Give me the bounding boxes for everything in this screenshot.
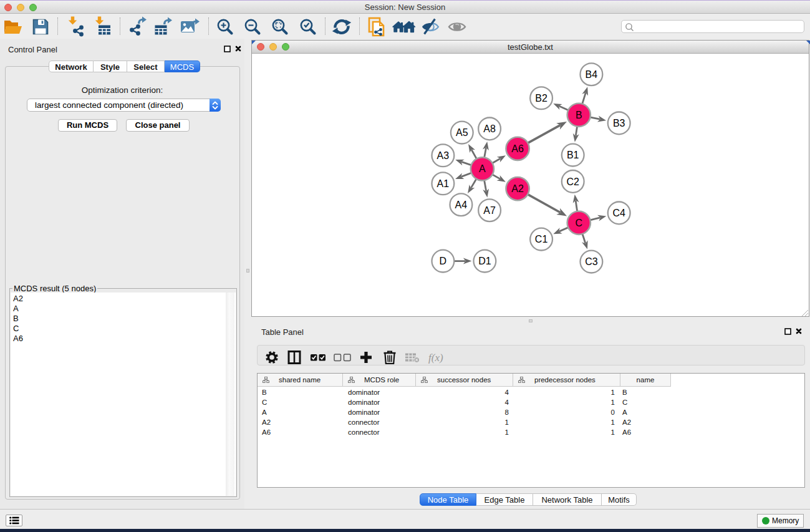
svg-text:B2: B2: [535, 93, 547, 104]
svg-text:A: A: [479, 163, 486, 174]
svg-text:A4: A4: [455, 200, 468, 210]
svg-text:B4: B4: [586, 69, 598, 80]
svg-text:A6: A6: [511, 143, 524, 154]
svg-text:f(x): f(x): [428, 352, 443, 364]
svg-text:C2: C2: [566, 177, 579, 187]
svg-text:A8: A8: [483, 123, 496, 134]
svg-text:C1: C1: [535, 234, 548, 244]
svg-text:A7: A7: [483, 205, 496, 216]
svg-text:C: C: [576, 218, 583, 228]
svg-text:C4: C4: [612, 208, 625, 218]
svg-text:A1: A1: [437, 178, 450, 189]
svg-text:B1: B1: [567, 150, 579, 160]
svg-text:C3: C3: [585, 256, 598, 267]
svg-text:D1: D1: [478, 256, 491, 266]
svg-text:B: B: [576, 110, 582, 120]
svg-text:A5: A5: [456, 127, 468, 138]
svg-text:D: D: [440, 256, 447, 266]
svg-text:A3: A3: [437, 150, 450, 161]
svg-text:A2: A2: [511, 183, 524, 194]
svg-text:B3: B3: [613, 118, 625, 128]
